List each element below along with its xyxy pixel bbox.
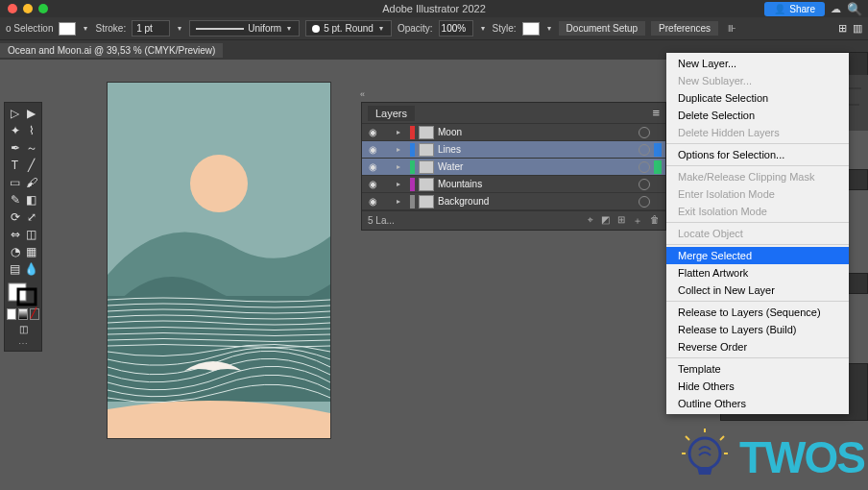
menu-item[interactable]: Flatten Artwork — [666, 264, 849, 282]
chevron-down-icon[interactable]: ▾ — [479, 24, 487, 33]
menu-item[interactable]: Collect in New Layer — [666, 282, 849, 299]
preferences-button[interactable]: Preferences — [651, 21, 718, 36]
layer-row[interactable]: ◉▸Mountains — [362, 176, 665, 193]
rectangle-tool[interactable]: ▭ — [7, 174, 23, 191]
free-transform-tool[interactable]: ◫ — [23, 226, 39, 243]
brush-dropdown[interactable]: 5 pt. Round ▾ — [305, 20, 392, 37]
panel-collapse-icon[interactable]: « — [360, 89, 365, 99]
create-sublayer-icon[interactable]: ⊞ — [617, 214, 625, 228]
eyedropper-tool[interactable]: 💧 — [23, 260, 39, 278]
expand-layer-icon[interactable]: ▸ — [397, 162, 406, 171]
toolbox-more-icon[interactable]: ⋯ — [7, 338, 39, 349]
layer-name-label[interactable]: Background — [438, 196, 635, 207]
menu-item[interactable]: Release to Layers (Build) — [666, 321, 849, 338]
stroke-weight-input[interactable]: 1 pt — [132, 20, 170, 37]
close-window-button[interactable] — [8, 4, 17, 13]
layer-row[interactable]: ◉▸Moon — [362, 124, 665, 141]
menu-item[interactable]: Options for Selection... — [666, 146, 849, 163]
magic-wand-tool[interactable]: ✦ — [7, 122, 23, 139]
artboard[interactable] — [108, 83, 330, 438]
opacity-label: Opacity: — [398, 23, 433, 34]
locate-layer-icon[interactable]: ⌖ — [588, 214, 593, 228]
visibility-toggle-icon[interactable]: ◉ — [366, 144, 379, 155]
canvas[interactable] — [108, 83, 330, 438]
drawing-mode-icon[interactable]: ◫ — [7, 324, 39, 334]
document-setup-button[interactable]: Document Setup — [559, 21, 646, 36]
maximize-window-button[interactable] — [38, 4, 48, 13]
opacity-input[interactable]: 100% — [439, 20, 473, 37]
curvature-tool[interactable]: ～ — [23, 139, 39, 157]
arrange-icon[interactable]: ⊞ — [838, 22, 847, 35]
expand-layer-icon[interactable]: ▸ — [397, 180, 406, 188]
share-button[interactable]: 👤 Share — [764, 2, 825, 16]
graphic-style-swatch[interactable] — [522, 22, 540, 36]
create-layer-icon[interactable]: ＋ — [633, 214, 642, 228]
lasso-tool[interactable]: ⌇ — [23, 122, 39, 139]
width-tool[interactable]: ⇔ — [7, 226, 23, 243]
chevron-down-icon[interactable]: ▾ — [545, 24, 553, 33]
expand-layer-icon[interactable]: ▸ — [397, 197, 406, 206]
workspace-icon[interactable]: ▥ — [853, 22, 862, 35]
minimize-window-button[interactable] — [23, 4, 33, 13]
menu-item[interactable]: Outline Others — [666, 395, 849, 412]
chevron-down-icon[interactable]: ▾ — [82, 24, 89, 33]
target-layer-icon[interactable] — [639, 179, 650, 190]
menu-item[interactable]: Reverse Order — [666, 338, 849, 355]
eraser-tool[interactable]: ◧ — [23, 191, 39, 208]
align-panel-toggle-icon[interactable]: ⊪ — [724, 23, 736, 34]
pen-tool[interactable]: ✒ — [7, 139, 23, 157]
visibility-toggle-icon[interactable]: ◉ — [366, 127, 379, 137]
menu-item[interactable]: Template — [666, 360, 849, 378]
type-tool[interactable]: T — [7, 157, 23, 174]
target-layer-icon[interactable] — [639, 144, 650, 156]
layer-color-indicator — [410, 195, 415, 208]
visibility-toggle-icon[interactable]: ◉ — [366, 161, 379, 172]
menu-item[interactable]: Delete Selection — [666, 107, 849, 124]
delete-layer-icon[interactable]: 🗑 — [650, 214, 660, 228]
paintbrush-tool[interactable]: 🖌 — [23, 174, 39, 191]
scale-tool[interactable]: ⤢ — [23, 208, 39, 226]
layer-row[interactable]: ◉▸Water — [362, 159, 665, 176]
menu-item[interactable]: Duplicate Selection — [666, 89, 849, 107]
direct-selection-tool[interactable]: ▶ — [23, 105, 39, 122]
search-icon[interactable]: 🔍 — [847, 2, 862, 16]
color-mode-none[interactable]: ╱ — [30, 308, 39, 320]
shaper-tool[interactable]: ✎ — [7, 191, 23, 208]
selection-indicator — [654, 126, 662, 139]
fill-stroke-indicator[interactable] — [7, 282, 39, 306]
selection-tool[interactable]: ▷ — [7, 105, 23, 122]
stroke-label: Stroke: — [95, 23, 126, 34]
line-tool[interactable]: ╱ — [23, 157, 39, 174]
document-tab[interactable]: Ocean and Moon.ai @ 39,53 % (CMYK/Previe… — [0, 43, 223, 58]
shape-builder-tool[interactable]: ◔ — [7, 243, 23, 260]
menu-item[interactable]: New Layer... — [666, 55, 849, 72]
color-mode-gradient[interactable] — [18, 308, 28, 320]
menu-item[interactable]: Merge Selected — [666, 247, 849, 264]
layer-name-label[interactable]: Lines — [438, 144, 635, 155]
menu-item[interactable]: Hide Others — [666, 378, 849, 395]
perspective-tool[interactable]: ▦ — [23, 243, 39, 260]
chevron-down-icon[interactable]: ▾ — [176, 24, 183, 33]
target-layer-icon[interactable] — [639, 196, 650, 208]
panel-menu-icon[interactable]: ≡ — [652, 106, 660, 120]
visibility-toggle-icon[interactable]: ◉ — [366, 196, 379, 207]
target-layer-icon[interactable] — [639, 127, 650, 138]
cloud-icon[interactable]: ☁ — [831, 3, 841, 15]
layers-tab[interactable]: Layers — [368, 106, 415, 121]
visibility-toggle-icon[interactable]: ◉ — [366, 179, 379, 189]
fill-swatch[interactable] — [59, 22, 76, 36]
menu-item[interactable]: Release to Layers (Sequence) — [666, 304, 849, 321]
layer-row[interactable]: ◉▸Background — [362, 193, 665, 210]
rotate-tool[interactable]: ⟳ — [7, 208, 23, 226]
stroke-profile-dropdown[interactable]: Uniform ▾ — [189, 20, 300, 37]
expand-layer-icon[interactable]: ▸ — [397, 128, 406, 136]
color-mode-solid[interactable] — [7, 308, 16, 320]
layer-name-label[interactable]: Moon — [438, 127, 635, 137]
layer-name-label[interactable]: Water — [438, 161, 635, 172]
target-layer-icon[interactable] — [639, 161, 650, 173]
layer-row[interactable]: ◉▸Lines — [362, 141, 665, 159]
expand-layer-icon[interactable]: ▸ — [397, 145, 406, 154]
make-clipping-mask-icon[interactable]: ◩ — [601, 214, 610, 228]
layer-name-label[interactable]: Mountains — [438, 179, 635, 189]
gradient-tool[interactable]: ▤ — [7, 260, 23, 278]
